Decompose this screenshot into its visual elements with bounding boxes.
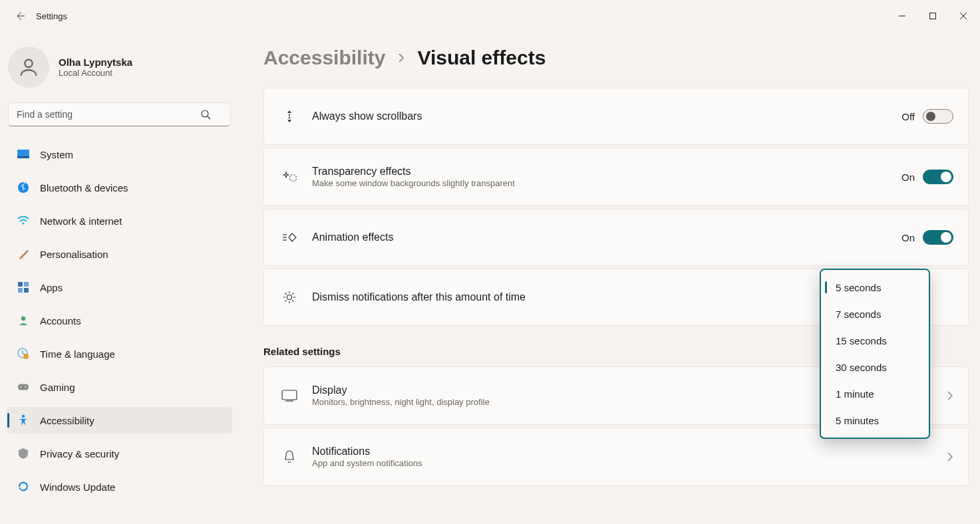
toggle-state: Off (901, 111, 915, 122)
nav-windows-update[interactable]: Windows Update (7, 473, 232, 500)
link-sub: App and system notifications (312, 458, 947, 468)
nav-privacy[interactable]: Privacy & security (7, 440, 232, 467)
nav-bluetooth[interactable]: Bluetooth & devices (7, 174, 232, 201)
user-name: Olha Lypnytska (59, 57, 132, 68)
dismiss-time-dropdown[interactable]: 5 seconds 7 seconds 15 seconds 30 second… (820, 269, 930, 439)
dropdown-option[interactable]: 5 minutes (821, 407, 929, 434)
user-sub: Local Account (59, 68, 132, 78)
chevron-right-icon (947, 391, 953, 400)
nav-label: Accounts (40, 315, 81, 327)
search-input[interactable] (8, 102, 231, 126)
svg-point-20 (25, 386, 26, 388)
nav-label: Personalisation (40, 249, 108, 260)
svg-line-35 (285, 300, 287, 301)
close-icon (960, 13, 967, 19)
display-icon (279, 390, 300, 402)
dropdown-option[interactable]: 1 minute (821, 380, 929, 407)
link-title: Notifications (312, 446, 947, 458)
dropdown-option[interactable]: 15 seconds (821, 327, 929, 354)
svg-rect-18 (18, 384, 29, 390)
window-title: Settings (36, 11, 67, 21)
svg-line-33 (285, 293, 287, 295)
nav-network[interactable]: Network & internet (7, 207, 232, 234)
window-controls (887, 5, 979, 27)
apps-icon (17, 282, 29, 293)
bell-icon (279, 450, 300, 464)
svg-rect-1 (930, 13, 936, 19)
svg-point-4 (25, 60, 32, 67)
chevron-right-icon (397, 53, 405, 63)
nav-accessibility[interactable]: Accessibility (7, 407, 232, 434)
nav-time-language[interactable]: Time & language (7, 340, 232, 367)
nav-system[interactable]: System (7, 141, 232, 168)
accessibility-icon (17, 414, 29, 426)
nav-label: Time & language (40, 348, 115, 360)
nav-label: System (40, 149, 73, 160)
toggle-state: On (901, 232, 915, 243)
accounts-icon (17, 315, 29, 326)
titlebar: Settings (0, 0, 980, 32)
system-icon (17, 150, 29, 159)
nav-label: Apps (40, 282, 63, 293)
breadcrumb-parent[interactable]: Accessibility (263, 47, 385, 69)
sidebar: Olha Lypnytska Local Account System Blue… (0, 32, 239, 524)
wifi-icon (17, 216, 29, 225)
svg-rect-37 (282, 390, 297, 400)
minimize-button[interactable] (887, 5, 917, 27)
svg-point-23 (289, 117, 290, 118)
toggle-state: On (901, 172, 915, 183)
svg-point-15 (21, 317, 25, 321)
svg-line-34 (292, 300, 293, 301)
gamepad-icon (17, 382, 29, 392)
svg-point-17 (23, 354, 29, 359)
chevron-right-icon (947, 452, 953, 461)
nav-personalisation[interactable]: Personalisation (7, 241, 232, 267)
setting-title: Animation effects (312, 231, 901, 243)
brightness-icon (279, 290, 300, 305)
nav-accounts[interactable]: Accounts (7, 307, 232, 334)
paintbrush-icon (17, 248, 29, 260)
close-button[interactable] (948, 5, 979, 27)
setting-title: Transparency effects (312, 166, 901, 178)
shield-icon (17, 448, 29, 459)
nav-apps[interactable]: Apps (7, 274, 232, 301)
svg-point-19 (20, 386, 21, 388)
clock-globe-icon (17, 348, 29, 360)
dropdown-option[interactable]: 30 seconds (821, 354, 929, 380)
back-button[interactable] (8, 4, 32, 28)
breadcrumb: Accessibility Visual effects (263, 47, 969, 69)
svg-rect-12 (24, 282, 29, 287)
animation-icon (279, 231, 300, 243)
svg-point-10 (22, 222, 24, 224)
person-icon (17, 56, 40, 78)
maximize-icon (929, 13, 936, 19)
maximize-button[interactable] (917, 5, 948, 27)
user-block[interactable]: Olha Lypnytska Local Account (7, 43, 232, 102)
scrollbars-toggle[interactable] (923, 109, 953, 124)
svg-point-28 (287, 295, 292, 300)
update-icon (17, 481, 29, 493)
setting-animation[interactable]: Animation effects On (263, 209, 969, 266)
dropdown-option[interactable]: 5 seconds (821, 274, 929, 301)
setting-scrollbars[interactable]: Always show scrollbars Off (263, 88, 969, 145)
arrow-left-icon (15, 11, 25, 21)
dropdown-option[interactable]: 7 seconds (821, 301, 929, 327)
sparkle-icon (279, 170, 300, 184)
setting-transparency[interactable]: Transparency effects Make some window ba… (263, 148, 969, 206)
animation-toggle[interactable] (923, 230, 953, 245)
bluetooth-icon (17, 182, 29, 193)
svg-rect-11 (18, 282, 23, 287)
nav-label: Network & internet (40, 215, 122, 227)
search-box[interactable] (8, 102, 231, 126)
avatar (8, 47, 49, 88)
transparency-toggle[interactable] (923, 170, 953, 184)
nav-label: Windows Update (40, 481, 115, 493)
nav-label: Bluetooth & devices (40, 182, 128, 194)
svg-line-36 (292, 293, 293, 295)
minimize-icon (899, 13, 905, 19)
setting-sub: Make some window backgrounds slightly tr… (312, 178, 901, 188)
nav-label: Privacy & security (40, 448, 119, 459)
nav-label: Gaming (40, 382, 75, 393)
svg-rect-8 (17, 156, 29, 158)
nav-gaming[interactable]: Gaming (7, 374, 232, 400)
